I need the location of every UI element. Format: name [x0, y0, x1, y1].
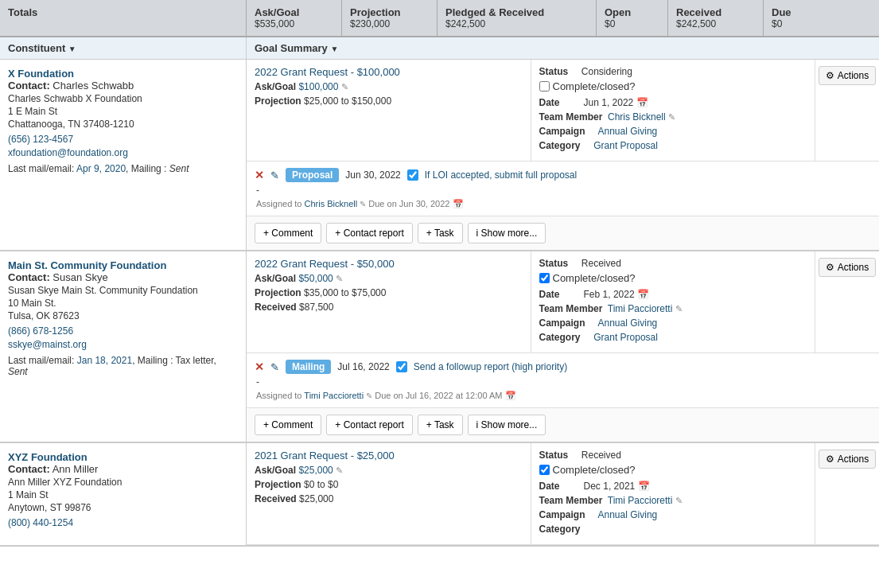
contact-name-xfoundation: Charles Schwabb — [53, 80, 134, 92]
complete-checkbox-mainst-0[interactable] — [539, 273, 550, 283]
action-btn-mainst-3[interactable]: i Show more... — [468, 415, 546, 435]
action-buttons-row-mainst: + Comment+ Contact report+ Taski Show mo… — [247, 408, 879, 442]
actions-button-xfoundation-0[interactable]: ⚙ Actions — [819, 66, 876, 85]
ask-edit-icon-mainst-0[interactable]: ✎ — [336, 274, 343, 283]
action-btn-xfoundation-3[interactable]: i Show more... — [468, 223, 546, 243]
complete-checkbox-xyzfoundation-0[interactable] — [539, 465, 550, 475]
constituent-column-header[interactable]: Constituent ▼ — [0, 37, 247, 59]
goal-ask-row-xyzfoundation-0: Ask/Goal $25,000 ✎ — [255, 465, 523, 476]
actions-button-mainst-0[interactable]: ⚙ Actions — [819, 258, 876, 277]
last-mail-status-xfoundation: Sent — [169, 163, 189, 174]
action-btn-mainst-0[interactable]: + Comment — [255, 415, 321, 435]
ask-edit-icon-xfoundation-0[interactable]: ✎ — [341, 82, 348, 92]
goal-title-link-mainst-0[interactable]: 2022 Grant Request - $50,000 — [255, 258, 395, 270]
category-row-xyzfoundation-0: Category — [539, 524, 807, 535]
goal-summary-column-header[interactable]: Goal Summary ▼ — [247, 37, 879, 59]
team-member-edit-icon-xfoundation-0[interactable]: ✎ — [668, 112, 675, 122]
org-name-link-xyzfoundation[interactable]: XYZ Foundation — [8, 451, 238, 463]
campaign-value-mainst-0[interactable]: Annual Giving — [598, 317, 658, 329]
org-name-link-mainst[interactable]: Main St. Community Foundation — [8, 259, 238, 271]
goal-right-xfoundation-0: Status Considering Complete/closed? Date… — [531, 60, 816, 161]
goal-projection-row-xyzfoundation-0: Projection $0 to $0 — [255, 479, 523, 490]
goal-title-link-xfoundation-0[interactable]: 2022 Grant Request - $100,000 — [255, 66, 400, 78]
task-due-calendar-icon-mainst-0[interactable]: 📅 — [505, 391, 516, 400]
goal-received-row-mainst-0: Received $87,500 — [255, 302, 523, 313]
email-xfoundation[interactable]: xfoundation@foundation.org — [8, 147, 238, 158]
task-delete-icon-xfoundation-0[interactable]: ✕ — [255, 169, 264, 181]
complete-label-xyzfoundation-0: Complete/closed? — [553, 464, 636, 476]
complete-checkbox-xfoundation-0[interactable] — [539, 81, 550, 92]
goal-summary-area-xfoundation: 2022 Grant Request - $100,000 Ask/Goal $… — [247, 60, 879, 250]
constituents-container: X Foundation Contact: Charles Schwabb Ch… — [0, 60, 879, 547]
action-btn-mainst-2[interactable]: + Task — [418, 415, 463, 435]
address-line2-mainst: Tulsa, OK 87623 — [8, 310, 238, 321]
team-member-row-mainst-0: Team Member Timi Paccioretti ✎ — [539, 303, 807, 314]
phone-xyzfoundation[interactable]: (800) 440-1254 — [8, 517, 238, 528]
assignee-pencil-icon-xfoundation-0: ✎ — [360, 200, 366, 208]
last-mail-label-mainst: Last mail/email: — [8, 355, 74, 366]
complete-label-mainst-0: Complete/closed? — [553, 272, 636, 284]
status-row-xfoundation-0: Status Considering — [539, 66, 807, 77]
gear-icon-xyzfoundation-0: ⚙ — [826, 454, 834, 465]
goal-right-xyzfoundation-0: Status Received Complete/closed? Date De… — [531, 443, 816, 544]
goal-ask-row-xfoundation-0: Ask/Goal $100,000 ✎ — [255, 81, 523, 92]
task-checkbox-xfoundation-0[interactable] — [407, 169, 418, 181]
last-mail-date-mainst[interactable]: Jan 18, 2021 — [77, 355, 132, 366]
task-desc-xfoundation-0[interactable]: If LOI accepted, submit full proposal — [425, 169, 577, 181]
action-btn-xfoundation-2[interactable]: + Task — [418, 223, 463, 243]
task-desc-mainst-0[interactable]: Send a followup report (high priority) — [414, 361, 567, 372]
task-due-date-xfoundation-0: Jun 30, 2022 — [399, 199, 450, 208]
task-assignee-mainst-0[interactable]: Timi Paccioretti — [304, 391, 364, 400]
action-btn-xfoundation-1[interactable]: + Contact report — [326, 223, 412, 243]
calendar-icon-mainst-0[interactable]: 📅 — [637, 289, 649, 300]
goal-ask-value-xfoundation-0[interactable]: $100,000 — [298, 81, 338, 92]
task-checkbox-mainst-0[interactable] — [396, 361, 407, 372]
goal-title-link-xyzfoundation-0[interactable]: 2021 Grant Request - $25,000 — [255, 450, 395, 461]
campaign-row-xfoundation-0: Campaign Annual Giving — [539, 126, 807, 137]
action-buttons-row-xfoundation: + Comment+ Contact report+ Taski Show mo… — [247, 216, 879, 250]
task-assignee-xfoundation-0[interactable]: Chris Bicknell — [305, 199, 358, 208]
phone-mainst[interactable]: (866) 678-1256 — [8, 325, 238, 337]
team-member-edit-icon-xyzfoundation-0[interactable]: ✎ — [675, 496, 683, 505]
task-edit-icon-mainst-0[interactable]: ✎ — [270, 361, 279, 373]
action-btn-mainst-1[interactable]: + Contact report — [326, 415, 412, 435]
totals-header-row: Totals Ask/Goal $535,000 Projection $230… — [0, 0, 879, 37]
org-details-xyzfoundation: Contact: Ann Miller — [8, 463, 238, 475]
status-row-xyzfoundation-0: Status Received — [539, 450, 807, 461]
status-row-mainst-0: Status Received — [539, 258, 807, 269]
action-btn-xfoundation-0[interactable]: + Comment — [255, 223, 321, 243]
task-dash-mainst-0: - — [256, 376, 871, 387]
task-due-calendar-icon-xfoundation-0[interactable]: 📅 — [453, 199, 464, 208]
complete-checkbox-area-mainst-0: Complete/closed? — [539, 272, 807, 284]
goal-ask-value-xyzfoundation-0[interactable]: $25,000 — [298, 465, 333, 476]
calendar-icon-xyzfoundation-0[interactable]: 📅 — [638, 481, 650, 492]
team-member-row-xfoundation-0: Team Member Chris Bicknell ✎ — [539, 111, 807, 123]
team-member-edit-icon-mainst-0[interactable]: ✎ — [675, 304, 683, 313]
team-member-value-xyzfoundation-0[interactable]: Timi Paccioretti — [608, 495, 673, 506]
last-mail-label-xfoundation: Last mail/email: — [8, 163, 74, 174]
category-value-xfoundation-0[interactable]: Grant Proposal — [593, 140, 658, 151]
task-due-date-mainst-0: Jul 16, 2022 at 12:00 AM — [406, 391, 503, 400]
actions-button-xyzfoundation-0[interactable]: ⚙ Actions — [819, 450, 876, 469]
org-full-mainst: Susan Skye Main St. Community Foundation — [8, 285, 238, 296]
team-member-value-mainst-0[interactable]: Timi Paccioretti — [608, 303, 673, 314]
goal-content-xyzfoundation-0: 2021 Grant Request - $25,000 Ask/Goal $2… — [247, 443, 879, 545]
category-row-mainst-0: Category Grant Proposal — [539, 332, 807, 343]
goal-left-xfoundation-0: 2022 Grant Request - $100,000 Ask/Goal $… — [247, 60, 531, 161]
calendar-icon-xfoundation-0[interactable]: 📅 — [636, 97, 648, 108]
task-delete-icon-mainst-0[interactable]: ✕ — [255, 360, 264, 373]
email-mainst[interactable]: sskye@mainst.org — [8, 339, 238, 350]
phone-xfoundation[interactable]: (656) 123-4567 — [8, 134, 238, 145]
org-details-xfoundation: Contact: Charles Schwabb — [8, 80, 238, 92]
task-edit-icon-xfoundation-0[interactable]: ✎ — [270, 169, 279, 181]
ask-edit-icon-xyzfoundation-0[interactable]: ✎ — [336, 465, 343, 475]
campaign-value-xfoundation-0[interactable]: Annual Giving — [598, 126, 658, 137]
category-value-mainst-0[interactable]: Grant Proposal — [593, 332, 658, 343]
goal-ask-value-mainst-0[interactable]: $50,000 — [298, 273, 333, 284]
team-member-value-xfoundation-0[interactable]: Chris Bicknell — [608, 111, 666, 123]
org-name-link-xfoundation[interactable]: X Foundation — [8, 68, 238, 80]
last-mail-date-xfoundation[interactable]: Apr 9, 2020 — [76, 163, 126, 174]
campaign-value-xyzfoundation-0[interactable]: Annual Giving — [598, 509, 658, 520]
goal-projection-value-mainst-0: $35,000 to $75,000 — [304, 287, 386, 298]
category-row-xfoundation-0: Category Grant Proposal — [539, 140, 807, 151]
